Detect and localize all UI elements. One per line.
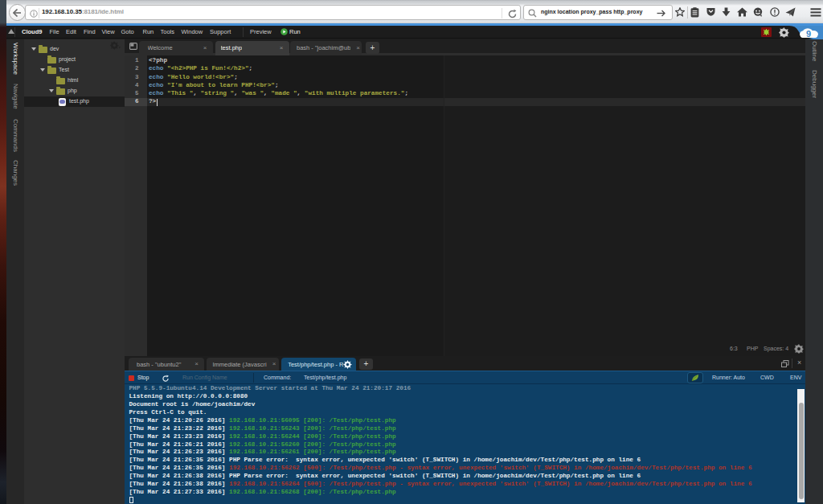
svg-text:9: 9 [806, 29, 811, 39]
